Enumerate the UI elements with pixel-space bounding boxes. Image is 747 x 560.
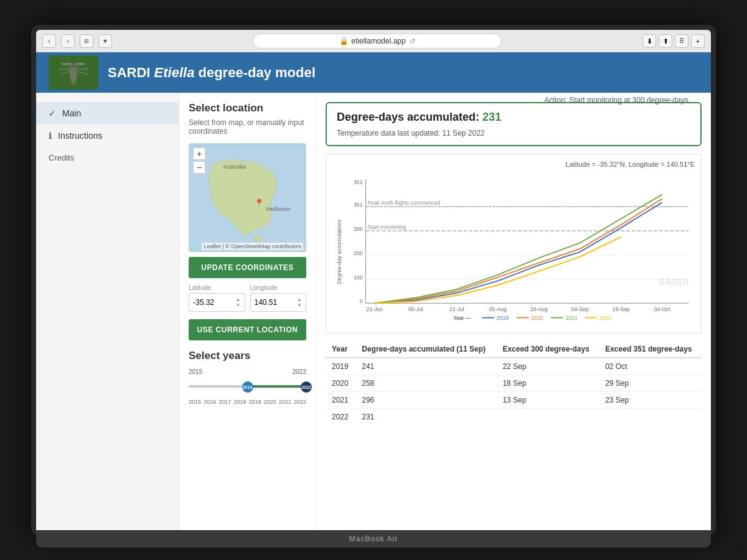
cell-exceed351: 29 Sep [599, 375, 702, 392]
sidebar-instructions-label: Instructions [58, 131, 103, 141]
table-row: 2021 296 13 Sep 23 Sep [326, 392, 702, 409]
dd-label: Degree-days accumulated: [337, 111, 479, 123]
use-current-location-button[interactable]: USE CURRENT LOCATION [189, 319, 306, 340]
app-title: SARDI Etiella degree-day model [108, 65, 316, 81]
map-attribution: Leaflet | © OpenStreetMap contributors [202, 243, 303, 250]
tab-switcher[interactable]: ⊞ [80, 34, 93, 48]
chart-area: Latitude = -35.32°N, Longitude = 140.51°… [326, 154, 702, 334]
svg-text:Start monitoring: Start monitoring [367, 224, 406, 230]
longitude-value: 140.51 [255, 298, 278, 307]
svg-text:Degree-day accumulations: Degree-day accumulations [336, 219, 342, 284]
svg-text:2021: 2021 [565, 315, 578, 321]
dd-value: 231 [482, 111, 501, 123]
update-coordinates-button[interactable]: UPDATE COORDINATES [189, 257, 306, 278]
back-button[interactable]: ‹ [42, 34, 56, 48]
credits-label: Credits [49, 153, 74, 162]
chart-coord-label: Latitude = -35.32°N, Longitude = 140.51°… [332, 161, 695, 168]
cell-exceed351 [599, 409, 702, 426]
svg-text:2019: 2019 [497, 315, 509, 321]
cell-accumulated: 258 [355, 375, 496, 392]
svg-text:20-Aug: 20-Aug [530, 306, 548, 312]
longitude-field: Longitude 140.51 ▲▼ [250, 284, 307, 312]
coordinate-inputs: Latitude -35.32 ▲▼ Longitude 140.51 [189, 284, 306, 312]
left-panel: Select location Select from map, or manu… [179, 93, 316, 530]
cell-accumulated: 296 [355, 392, 496, 409]
right-panel: Degree-days accumulated: 231 Action: Sta… [316, 93, 711, 530]
data-table: Year Degree-days accumulated (11 Sep) Ex… [326, 341, 702, 425]
slider-handle-2019[interactable]: 2019 [242, 381, 253, 393]
sidebar-credits[interactable]: Credits [36, 147, 179, 169]
longitude-input[interactable]: 140.51 ▲▼ [250, 293, 307, 312]
svg-text:100: 100 [354, 274, 363, 281]
table-header-row: Year Degree-days accumulated (11 Sep) Ex… [326, 341, 702, 358]
svg-text:2020: 2020 [531, 315, 543, 321]
svg-text:351: 351 [354, 202, 363, 208]
url-text: etiellamodel.app [351, 37, 405, 45]
share-icon[interactable]: ⬆ [659, 34, 672, 48]
svg-text:04-Sep: 04-Sep [571, 306, 589, 312]
svg-text:21-Jul: 21-Jul [449, 306, 464, 312]
slider-handle-2022[interactable]: 2022 [301, 381, 312, 393]
cell-accumulated: 241 [355, 358, 496, 375]
sidebar-main-label: Main [62, 108, 81, 118]
cell-exceed300: 22 Sep [496, 358, 599, 375]
svg-text:21-Jun: 21-Jun [367, 306, 383, 312]
latitude-value: -35.32 [193, 298, 214, 307]
cell-year: 2021 [326, 392, 355, 409]
info-icon: ℹ [49, 131, 52, 141]
cell-year: 2020 [326, 375, 355, 392]
longitude-label: Longitude [250, 284, 307, 291]
url-bar[interactable]: 🔒 etiellamodel.app ↺ [253, 34, 502, 49]
dropdown-button[interactable]: ▾ [98, 34, 112, 48]
zoom-plus-button[interactable]: + [193, 147, 205, 160]
map-container[interactable]: + − [189, 143, 306, 252]
svg-text:05-Aug: 05-Aug [489, 306, 507, 312]
latitude-spinner[interactable]: ▲▼ [236, 297, 241, 308]
longitude-spinner[interactable]: ▲▼ [297, 297, 302, 308]
zoom-minus-button[interactable]: − [193, 161, 205, 174]
dd-action-text: Action: Start monitoring at 300 degree-d… [544, 96, 690, 105]
app-body: ✓ Main ℹ Instructions Credits Select loc… [36, 93, 711, 530]
svg-text:2022: 2022 [599, 315, 612, 321]
year-slider[interactable]: 2019 2022 [189, 378, 306, 396]
svg-text:📍: 📍 [254, 198, 265, 208]
main-icon: ✓ [49, 108, 56, 118]
app-header: SARDI Etiella degree-day model [36, 52, 711, 93]
degree-days-box: Degree-days accumulated: 231 Action: Sta… [326, 102, 702, 146]
col-exceed351: Exceed 351 degree-days [599, 341, 702, 358]
download-icon[interactable]: ⬇ [642, 34, 656, 48]
new-tab-icon[interactable]: + [691, 34, 705, 48]
select-location-title: Select location [189, 102, 306, 114]
sidebar-item-main[interactable]: ✓ Main [36, 102, 179, 124]
content-area: Select location Select from map, or manu… [179, 93, 711, 530]
forward-button[interactable]: › [61, 34, 75, 48]
cell-exceed300 [496, 409, 599, 426]
col-year: Year [326, 341, 355, 358]
menu-icon[interactable]: ⠿ [675, 34, 688, 48]
table-body: 2019 241 22 Sep 02 Oct 2020 258 18 Sep 2… [326, 358, 702, 425]
cell-exceed351: 23 Sep [599, 392, 702, 409]
chart-wrapper: 0 100 200 300 351 351 [332, 171, 695, 327]
select-years-title: Select years [189, 350, 306, 362]
slider-labels: 2015 2016 2017 2018 2019 2020 2021 2022 [189, 399, 306, 405]
year-min: 2015 [189, 368, 202, 375]
latitude-field: Latitude -35.32 ▲▼ [189, 284, 245, 312]
sidebar-item-instructions[interactable]: ℹ Instructions [36, 124, 179, 147]
title-italic: Etiella [154, 65, 195, 80]
select-location-subtitle: Select from map, or manually input coord… [189, 118, 306, 136]
svg-text:19-Sep: 19-Sep [613, 306, 630, 312]
svg-text:Peak moth flights commenced: Peak moth flights commenced [367, 200, 440, 206]
svg-text:Melbourn: Melbourn [266, 206, 290, 212]
svg-text:Year —: Year — [453, 315, 471, 321]
insect-image [49, 55, 98, 90]
cell-exceed300: 13 Sep [496, 392, 599, 409]
degree-days-chart: 0 100 200 300 351 351 [332, 171, 695, 327]
slider-selected-range [248, 385, 307, 388]
app-container: SARDI Etiella degree-day model ✓ Main ℹ … [36, 52, 711, 530]
col-accumulated: Degree-days accumulated (11 Sep) [355, 341, 496, 358]
cell-accumulated: 231 [355, 409, 496, 426]
cell-exceed300: 18 Sep [496, 375, 599, 392]
latitude-input[interactable]: -35.32 ▲▼ [189, 293, 245, 312]
browser-actions: ⬇ ⬆ ⠿ + [642, 34, 705, 48]
svg-point-12 [253, 236, 263, 241]
